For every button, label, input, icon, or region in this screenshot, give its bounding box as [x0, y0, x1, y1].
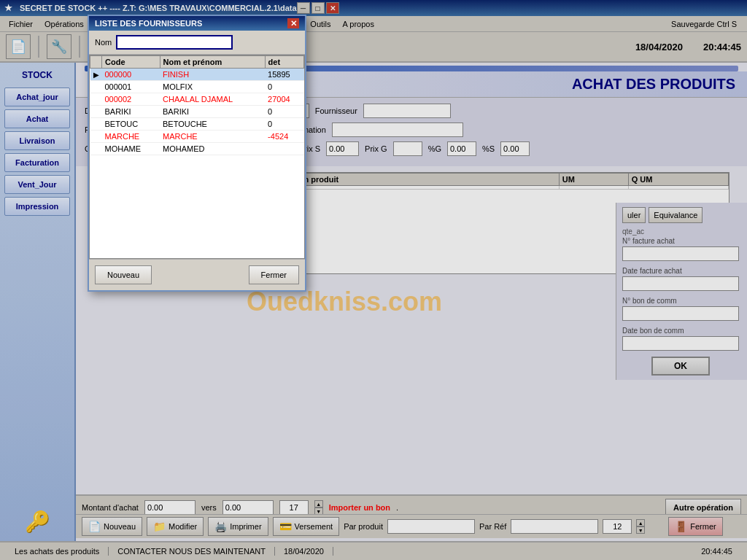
nom-search-input[interactable] — [116, 35, 233, 50]
nouveau-supplier-button[interactable]: Nouveau — [95, 265, 152, 284]
suppliers-tbody: ▶000000FINISH15895000001MOLFIX0000002CHA… — [90, 69, 304, 155]
modal-footer: Nouveau Fermer — [89, 259, 305, 290]
supplier-row[interactable]: BETOUCBETOUCHE0 — [90, 118, 304, 131]
row-marker — [90, 118, 102, 131]
supplier-det — [265, 143, 303, 155]
supplier-det: 0 — [265, 81, 303, 93]
supplier-code: MOHAME — [102, 143, 160, 155]
supplier-code: 000000 — [102, 69, 160, 81]
suppliers-table-container[interactable]: Code Nom et prénom det ▶000000FINISH1589… — [89, 55, 305, 259]
row-marker — [90, 106, 102, 118]
modal-close-button[interactable]: ✕ — [287, 18, 299, 28]
supplier-code: MARCHE — [102, 131, 160, 143]
row-marker — [90, 81, 102, 93]
modal-search-row: Nom — [89, 31, 305, 55]
supplier-row[interactable]: MARCHEMARCHE-4524 — [90, 131, 304, 143]
col-det: det — [265, 56, 303, 69]
nom-label: Nom — [95, 38, 112, 47]
suppliers-modal: LISTE DES FOURNISSEURS ✕ Nom Code Nom et… — [88, 15, 306, 292]
modal-overlay: LISTE DES FOURNISSEURS ✕ Nom Code Nom et… — [0, 0, 747, 560]
supplier-det: 15895 — [265, 69, 303, 81]
fermer-modal-button[interactable]: Fermer — [249, 265, 299, 284]
supplier-code: BETOUC — [102, 118, 160, 131]
supplier-name: BETOUCHE — [160, 118, 265, 131]
col-marker — [90, 56, 102, 69]
supplier-det: 0 — [265, 118, 303, 131]
modal-titlebar: LISTE DES FOURNISSEURS ✕ — [89, 16, 305, 31]
col-nom-prenom: Nom et prénom — [160, 56, 265, 69]
supplier-code: 000002 — [102, 93, 160, 106]
supplier-name: FINISH — [160, 69, 265, 81]
supplier-code: BARIKI — [102, 106, 160, 118]
suppliers-table: Code Nom et prénom det ▶000000FINISH1589… — [90, 55, 304, 155]
supplier-name: CHAALAL DJAMAL — [160, 93, 265, 106]
supplier-det: 0 — [265, 106, 303, 118]
supplier-det: 27004 — [265, 93, 303, 106]
row-marker: ▶ — [90, 69, 102, 81]
supplier-row[interactable]: BARIKIBARIKI0 — [90, 106, 304, 118]
col-code: Code — [102, 56, 160, 69]
supplier-row[interactable]: ▶000000FINISH15895 — [90, 69, 304, 81]
supplier-name: BARIKI — [160, 106, 265, 118]
modal-title: LISTE DES FOURNISSEURS — [95, 19, 287, 28]
supplier-det: -4524 — [265, 131, 303, 143]
row-marker — [90, 93, 102, 106]
row-marker — [90, 143, 102, 155]
supplier-name: MOLFIX — [160, 81, 265, 93]
supplier-row[interactable]: 000001MOLFIX0 — [90, 81, 304, 93]
supplier-name: MOHAMED — [160, 143, 265, 155]
supplier-row[interactable]: 000002CHAALAL DJAMAL27004 — [90, 93, 304, 106]
supplier-code: 000001 — [102, 81, 160, 93]
supplier-name: MARCHE — [160, 131, 265, 143]
row-marker — [90, 131, 102, 143]
supplier-row[interactable]: MOHAMEMOHAMED — [90, 143, 304, 155]
